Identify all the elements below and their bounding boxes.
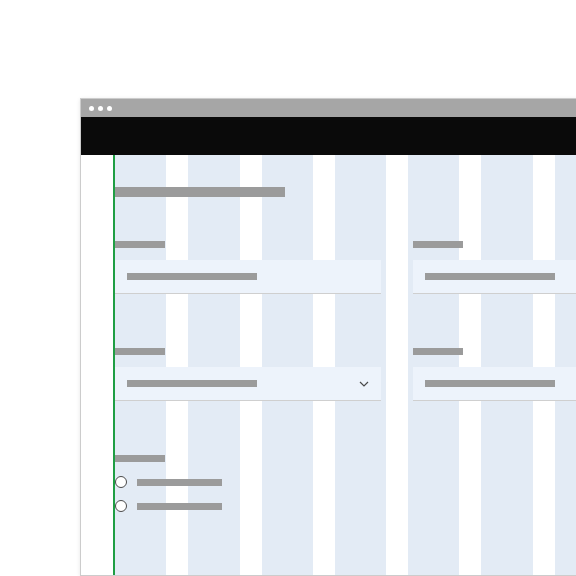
field-4-label [413, 348, 463, 355]
traffic-light-close[interactable] [89, 106, 94, 111]
field-1-label [115, 241, 165, 248]
browser-window [80, 98, 576, 576]
field-3-select[interactable] [115, 367, 381, 401]
field-2-input[interactable] [413, 260, 576, 294]
radio-option-1-label [137, 479, 222, 486]
field-4 [413, 348, 576, 401]
field-2 [413, 241, 576, 294]
field-4-placeholder [425, 380, 555, 387]
radio-option-2-label [137, 503, 222, 510]
radio-icon [115, 476, 127, 488]
accent-rule [113, 155, 115, 575]
field-2-placeholder [425, 273, 555, 280]
page-content [81, 155, 576, 575]
field-3-placeholder [127, 380, 257, 387]
window-titlebar [81, 99, 576, 117]
radio-icon [115, 500, 127, 512]
form [115, 155, 576, 548]
field-2-label [413, 241, 463, 248]
field-1-input[interactable] [115, 260, 381, 294]
radio-option-2[interactable] [115, 500, 576, 512]
traffic-light-minimize[interactable] [98, 106, 103, 111]
radio-option-1[interactable] [115, 476, 576, 488]
field-1-placeholder [127, 273, 257, 280]
field-3 [115, 348, 381, 401]
app-menubar [81, 117, 576, 155]
radio-group-label [115, 455, 165, 462]
field-3-label [115, 348, 165, 355]
field-1 [115, 241, 381, 294]
field-4-input[interactable] [413, 367, 576, 401]
chevron-down-icon [359, 379, 369, 389]
page-title [115, 187, 285, 197]
traffic-light-zoom[interactable] [107, 106, 112, 111]
